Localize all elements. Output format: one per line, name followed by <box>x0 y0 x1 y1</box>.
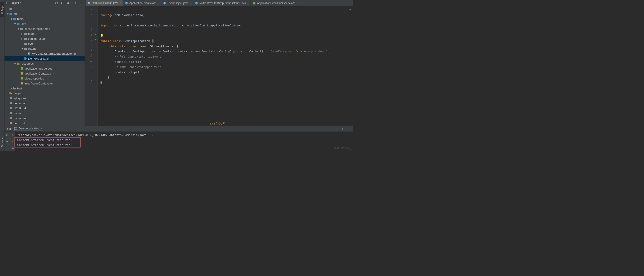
tree-row[interactable]: ▾resources <box>4 61 85 66</box>
soft-wrap-icon[interactable] <box>10 145 15 150</box>
chevron-icon[interactable] <box>24 52 27 55</box>
tree-row[interactable]: ▾java <box>4 21 85 26</box>
tree-row[interactable]: ▾listener <box>4 46 85 51</box>
tree-row[interactable]: applicationContext.xml <box>4 71 85 76</box>
code-area[interactable]: package com.example.demo; import org.spr… <box>98 6 353 126</box>
chevron-icon[interactable] <box>17 77 20 80</box>
chevron-icon[interactable] <box>6 102 9 105</box>
gear-icon[interactable] <box>340 127 345 132</box>
rerun-icon[interactable] <box>5 133 10 138</box>
chevron-icon[interactable] <box>17 67 20 70</box>
chevron-icon[interactable] <box>17 72 20 75</box>
tree-row[interactable]: ▾src <box>4 11 85 16</box>
chevron-icon[interactable] <box>6 92 9 95</box>
run-gutter-icon[interactable] <box>94 38 96 41</box>
editor-tab[interactable]: CEventObject.java× <box>161 0 193 6</box>
hide-panel-icon[interactable] <box>79 0 84 5</box>
close-icon[interactable]: × <box>41 127 42 130</box>
prop-icon <box>20 77 24 80</box>
chevron-icon[interactable]: ▾ <box>10 17 13 20</box>
tree-row[interactable]: CDemoApplication <box>4 56 85 61</box>
up-arrow-icon[interactable] <box>10 133 15 138</box>
select-opened-file-icon[interactable] <box>54 0 59 5</box>
tree-row[interactable]: .gitignore <box>4 96 85 101</box>
code-text: AnnotationConfigApplicationContext( <box>200 50 265 53</box>
chevron-icon[interactable] <box>6 107 9 110</box>
editor-tab[interactable]: CMyContextStartStopEventListener.java× <box>193 0 251 6</box>
txt-icon <box>9 101 13 105</box>
down-arrow-icon[interactable] <box>10 139 15 144</box>
run-toolbar-primary <box>4 132 10 151</box>
code-comment: // 触发 ContextStartedEvent <box>100 55 161 58</box>
svg-rect-16 <box>10 107 12 109</box>
close-icon[interactable]: × <box>247 2 249 4</box>
tree-row[interactable]: ▾main <box>4 16 85 21</box>
txt-icon <box>9 116 13 120</box>
tree-label: application.properties <box>24 67 52 70</box>
project-tree[interactable]: ▾src▾main▾java▾com.example.demo▸bean▸con… <box>4 6 85 126</box>
editor-tab[interactable]: CDemoApplication.java× <box>86 0 123 6</box>
line-number: 6 <box>86 33 98 38</box>
close-icon[interactable]: × <box>158 2 159 4</box>
chevron-icon[interactable]: ▾ <box>17 27 20 30</box>
tree-row[interactable] <box>4 6 85 11</box>
run-gutter-icon[interactable] <box>94 33 96 35</box>
tree-row[interactable]: injectValueContext.xml <box>4 81 85 86</box>
structure-tool-tab[interactable]: Structure <box>0 136 4 149</box>
editor-tabs: CDemoApplication.java×CApplicationEvent.… <box>86 0 353 6</box>
chevron-icon[interactable]: ▸ <box>21 32 24 35</box>
tree-row[interactable]: demo.iml <box>4 101 85 106</box>
code-keyword: package <box>100 13 113 17</box>
close-icon[interactable]: × <box>120 1 121 4</box>
close-icon[interactable]: × <box>190 2 191 4</box>
tree-row[interactable]: blue.properties <box>4 76 85 81</box>
hide-panel-icon[interactable] <box>347 127 352 132</box>
class-icon: C <box>27 52 31 55</box>
code-text: com.example.demo; <box>113 13 145 17</box>
folder-orange-icon <box>9 92 13 95</box>
expand-all-icon[interactable] <box>60 0 65 5</box>
chevron-icon[interactable] <box>6 112 9 115</box>
collapse-all-icon[interactable] <box>66 0 70 5</box>
chevron-icon[interactable] <box>6 117 9 120</box>
tree-row[interactable]: HELP.md <box>4 106 85 111</box>
editor-tab[interactable]: CApplicationEvent.class× <box>123 0 162 6</box>
tree-label: blue.properties <box>24 77 44 80</box>
code-text: org.springframework.context.annotation.A… <box>111 24 244 27</box>
close-icon[interactable]: × <box>297 2 298 4</box>
tree-row[interactable]: CMyContextStartStopEventListener <box>4 51 85 56</box>
folder-blue-icon <box>9 12 13 15</box>
chevron-icon[interactable]: ▸ <box>10 87 13 90</box>
tree-row[interactable]: event <box>4 41 85 46</box>
chevron-down-icon[interactable]: ▼ <box>20 2 22 4</box>
tree-row[interactable]: target <box>4 91 85 96</box>
tree-row[interactable]: ▸configuration <box>4 36 85 41</box>
tree-row[interactable]: ▾com.example.demo <box>4 26 85 31</box>
chevron-icon[interactable]: ▾ <box>14 62 16 65</box>
chevron-icon[interactable]: ▾ <box>14 22 16 25</box>
tree-row[interactable]: ▸test <box>4 86 85 91</box>
tree-row[interactable]: mvnw <box>4 111 85 116</box>
chevron-icon[interactable] <box>21 57 24 60</box>
project-tool-tab[interactable]: ▤ Project <box>0 2 4 17</box>
chevron-icon[interactable]: ▾ <box>21 47 24 50</box>
tree-row[interactable]: ▸bean <box>4 31 85 36</box>
console-output[interactable]: /Library/Java/JavaVirtualMachines/jdk1.8… <box>16 132 353 151</box>
chevron-icon[interactable] <box>17 82 20 85</box>
chevron-icon[interactable] <box>21 42 24 45</box>
console-line: /Library/Java/JavaVirtualMachines/jdk1.8… <box>17 133 351 138</box>
wrench-icon[interactable] <box>5 139 10 144</box>
chevron-icon[interactable] <box>6 97 9 100</box>
chevron-icon[interactable] <box>6 122 9 125</box>
tree-row[interactable]: pom.xml <box>4 121 85 126</box>
run-config-tab[interactable]: DemoApplication × <box>13 127 43 131</box>
chevron-icon[interactable]: ▾ <box>6 12 9 15</box>
tree-row[interactable]: mvnw.cmd <box>4 116 85 121</box>
analysis-ok-icon[interactable] <box>348 8 352 11</box>
intention-bulb-icon[interactable]: 💡 <box>100 34 104 37</box>
tree-row[interactable]: application.properties <box>4 66 85 71</box>
chevron-icon[interactable]: ▸ <box>21 37 24 40</box>
chevron-icon[interactable] <box>6 7 9 10</box>
editor-tab[interactable]: IApplicationEventPublisher.class× <box>251 0 300 6</box>
gear-icon[interactable] <box>73 0 78 5</box>
